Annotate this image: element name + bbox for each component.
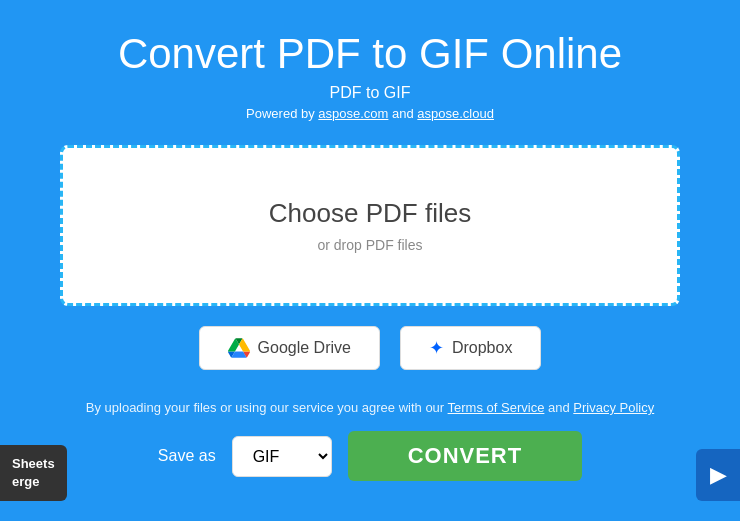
left-float-line2: erge — [12, 473, 55, 491]
dropbox-button[interactable]: ✦ Dropbox — [400, 326, 541, 370]
powered-by-and: and — [388, 106, 417, 121]
left-float-panel[interactable]: Sheets erge — [0, 445, 67, 501]
aspose-cloud-link[interactable]: aspose.cloud — [417, 106, 494, 121]
drop-zone-subtitle: or drop PDF files — [317, 237, 422, 253]
convert-button[interactable]: CONVERT — [348, 431, 583, 481]
bottom-bar: Save as GIF PNG JPG BMP TIFF CONVERT — [158, 431, 582, 481]
powered-by: Powered by aspose.com and aspose.cloud — [246, 106, 494, 121]
terms-prefix: By uploading your files or using our ser… — [86, 400, 448, 415]
cloud-buttons-container: Google Drive ✦ Dropbox — [199, 326, 542, 370]
google-drive-button[interactable]: Google Drive — [199, 326, 380, 370]
terms-of-service-link[interactable]: Terms of Service — [448, 400, 545, 415]
terms-and: and — [544, 400, 573, 415]
drop-zone-title: Choose PDF files — [269, 198, 471, 229]
page-title: Convert PDF to GIF Online — [118, 30, 622, 78]
format-select[interactable]: GIF PNG JPG BMP TIFF — [232, 436, 332, 477]
left-float-line1: Sheets — [12, 455, 55, 473]
google-drive-label: Google Drive — [258, 339, 351, 357]
drop-zone[interactable]: Choose PDF files or drop PDF files — [60, 145, 680, 306]
aspose-com-link[interactable]: aspose.com — [318, 106, 388, 121]
save-as-label: Save as — [158, 447, 216, 465]
terms-text: By uploading your files or using our ser… — [86, 400, 654, 415]
main-container: Convert PDF to GIF Online PDF to GIF Pow… — [0, 0, 740, 521]
dropbox-icon: ✦ — [429, 337, 444, 359]
dropbox-label: Dropbox — [452, 339, 512, 357]
right-float-icon: ▶ — [710, 462, 727, 488]
subtitle: PDF to GIF — [330, 84, 411, 102]
powered-by-prefix: Powered by — [246, 106, 318, 121]
right-float-button[interactable]: ▶ — [696, 449, 740, 501]
privacy-policy-link[interactable]: Privacy Policy — [573, 400, 654, 415]
google-drive-icon — [228, 337, 250, 359]
